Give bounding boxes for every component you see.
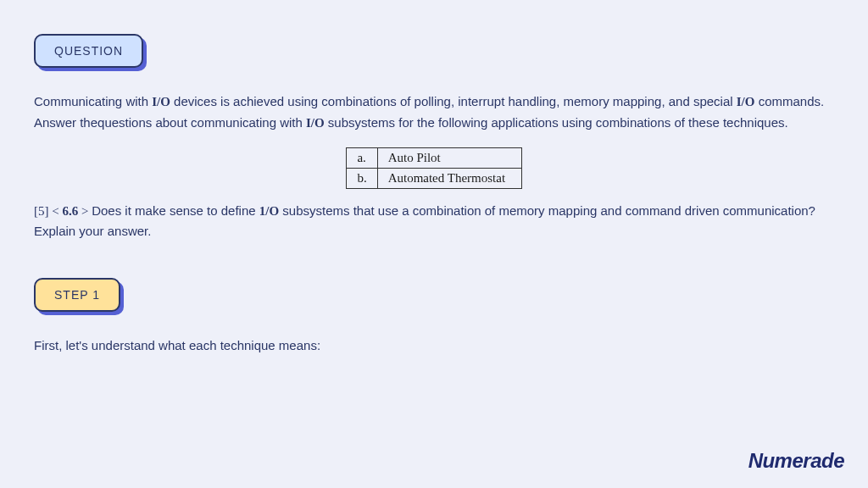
table-cell-label: a. [347,147,377,168]
bracket-notation: [5] [34,204,49,218]
step1-text: First, let's understand what each techni… [34,336,834,357]
applications-table: a. Auto Pilot b. Automated Thermostat [346,147,521,189]
question-intro-paragraph: Communicating with I/O devices is achiev… [34,92,834,134]
table-row: a. Auto Pilot [347,147,521,168]
io-notation: I/O [306,116,325,130]
brand-logo: Numerade [748,449,844,473]
io-notation: 1/O [259,204,279,218]
table-cell-value: Automated Thermostat [377,168,521,188]
table-cell-label: b. [347,168,377,188]
applications-table-wrap: a. Auto Pilot b. Automated Thermostat [34,147,834,189]
step-badge-label: STEP 1 [34,278,120,312]
table-cell-value: Auto Pilot [377,147,521,168]
text-fragment: devices is achieved using combinations o… [170,94,737,108]
text-fragment: Does it make sense to define [92,203,259,218]
text-fragment: subsystems for the following application… [325,115,788,130]
table-row: b. Automated Thermostat [347,168,521,188]
text-fragment: Communicating with [34,94,152,108]
io-notation: I/O [737,95,755,108]
lt-symbol: < [49,204,63,218]
gt-symbol: > [78,204,92,218]
step-badge: STEP 1 [34,278,120,312]
io-notation: I/O [152,95,170,108]
question-badge-label: QUESTION [34,34,143,68]
question-second-paragraph: [5] < 6.6 > Does it make sense to define… [34,201,834,243]
section-number: 6.6 [62,204,78,218]
question-badge: QUESTION [34,34,143,68]
